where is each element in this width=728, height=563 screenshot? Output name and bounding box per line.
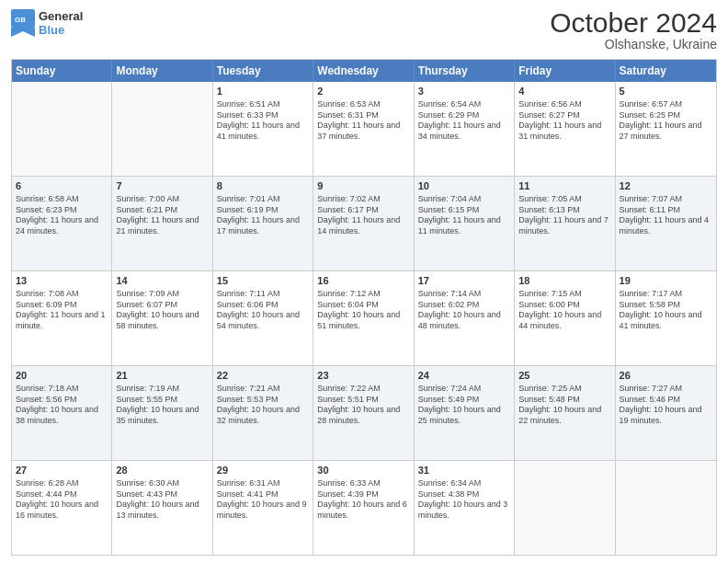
day-info: Sunrise: 7:15 AM Sunset: 6:00 PM Dayligh… (518, 289, 610, 332)
location: Olshanske, Ukraine (550, 37, 717, 52)
day-info: Sunrise: 6:30 AM Sunset: 4:43 PM Dayligh… (116, 478, 208, 522)
header-cell-wednesday: Wednesday (313, 60, 414, 82)
calendar-row: 1Sunrise: 6:51 AM Sunset: 6:33 PM Daylig… (12, 82, 716, 176)
day-number: 2 (317, 85, 409, 98)
calendar-cell: 7Sunrise: 7:00 AM Sunset: 6:21 PM Daylig… (112, 177, 212, 270)
day-number: 31 (418, 464, 510, 477)
day-info: Sunrise: 6:57 AM Sunset: 6:25 PM Dayligh… (620, 99, 712, 143)
calendar-cell: 31Sunrise: 6:34 AM Sunset: 4:38 PM Dayli… (415, 461, 515, 555)
day-number: 4 (518, 85, 610, 98)
day-number: 25 (518, 369, 610, 383)
calendar-header-row: SundayMondayTuesdayWednesdayThursdayFrid… (12, 60, 716, 82)
day-info: Sunrise: 6:56 AM Sunset: 6:27 PM Dayligh… (518, 99, 610, 143)
calendar-cell: 13Sunrise: 7:08 AM Sunset: 6:09 PM Dayli… (12, 271, 112, 365)
day-info: Sunrise: 7:25 AM Sunset: 5:48 PM Dayligh… (518, 384, 610, 427)
calendar-cell: 12Sunrise: 7:07 AM Sunset: 6:11 PM Dayli… (616, 177, 716, 270)
calendar-cell: 15Sunrise: 7:11 AM Sunset: 6:06 PM Dayli… (213, 271, 313, 365)
logo-line1: General (39, 9, 83, 23)
day-info: Sunrise: 6:31 AM Sunset: 4:41 PM Dayligh… (217, 478, 309, 522)
day-number: 3 (418, 85, 510, 98)
calendar-cell: 24Sunrise: 7:24 AM Sunset: 5:49 PM Dayli… (415, 366, 515, 460)
day-number: 13 (16, 274, 108, 288)
main-container: GB General Blue October 2024 Olshanske, … (0, 0, 728, 563)
day-info: Sunrise: 7:04 AM Sunset: 6:15 PM Dayligh… (418, 194, 510, 237)
day-number: 1 (217, 85, 309, 98)
day-info: Sunrise: 7:19 AM Sunset: 5:55 PM Dayligh… (116, 384, 208, 427)
calendar-row: 6Sunrise: 6:58 AM Sunset: 6:23 PM Daylig… (12, 176, 716, 270)
svg-text:GB: GB (15, 16, 26, 24)
calendar-row: 20Sunrise: 7:18 AM Sunset: 5:56 PM Dayli… (12, 365, 716, 460)
day-number: 15 (217, 274, 309, 288)
calendar-cell: 16Sunrise: 7:12 AM Sunset: 6:04 PM Dayli… (313, 271, 414, 365)
logo: GB General Blue (11, 9, 83, 37)
day-info: Sunrise: 7:27 AM Sunset: 5:46 PM Dayligh… (620, 384, 712, 427)
day-info: Sunrise: 6:53 AM Sunset: 6:31 PM Dayligh… (317, 99, 409, 143)
header-cell-saturday: Saturday (616, 60, 716, 82)
day-info: Sunrise: 7:02 AM Sunset: 6:17 PM Dayligh… (317, 194, 409, 237)
calendar-cell: 3Sunrise: 6:54 AM Sunset: 6:29 PM Daylig… (415, 82, 515, 176)
calendar-cell (616, 461, 716, 555)
day-info: Sunrise: 7:14 AM Sunset: 6:02 PM Dayligh… (418, 289, 510, 332)
calendar-cell: 19Sunrise: 7:17 AM Sunset: 5:58 PM Dayli… (616, 271, 716, 365)
calendar-cell: 14Sunrise: 7:09 AM Sunset: 6:07 PM Dayli… (112, 271, 212, 365)
day-info: Sunrise: 7:22 AM Sunset: 5:51 PM Dayligh… (317, 384, 409, 427)
calendar-cell: 8Sunrise: 7:01 AM Sunset: 6:19 PM Daylig… (213, 177, 313, 270)
calendar-cell: 11Sunrise: 7:05 AM Sunset: 6:13 PM Dayli… (515, 177, 615, 270)
logo-icon: GB (11, 9, 35, 37)
calendar-cell: 17Sunrise: 7:14 AM Sunset: 6:02 PM Dayli… (415, 271, 515, 365)
calendar: SundayMondayTuesdayWednesdayThursdayFrid… (11, 59, 717, 556)
svg-marker-1 (11, 28, 35, 37)
day-number: 6 (16, 179, 108, 193)
day-number: 24 (418, 369, 510, 383)
calendar-cell: 30Sunrise: 6:33 AM Sunset: 4:39 PM Dayli… (313, 461, 414, 555)
day-number: 29 (217, 464, 309, 477)
calendar-cell: 22Sunrise: 7:21 AM Sunset: 5:53 PM Dayli… (213, 366, 313, 460)
day-number: 5 (620, 85, 712, 98)
day-number: 23 (317, 369, 409, 383)
calendar-cell: 25Sunrise: 7:25 AM Sunset: 5:48 PM Dayli… (515, 366, 615, 460)
calendar-cell (12, 82, 112, 176)
day-info: Sunrise: 7:18 AM Sunset: 5:56 PM Dayligh… (16, 384, 108, 427)
calendar-cell (515, 461, 615, 555)
day-info: Sunrise: 7:24 AM Sunset: 5:49 PM Dayligh… (418, 384, 510, 427)
day-number: 27 (16, 464, 108, 477)
header-cell-friday: Friday (515, 60, 615, 82)
day-info: Sunrise: 7:09 AM Sunset: 6:07 PM Dayligh… (116, 289, 208, 332)
month-title: October 2024 (550, 9, 717, 37)
day-info: Sunrise: 7:07 AM Sunset: 6:11 PM Dayligh… (620, 194, 712, 237)
day-info: Sunrise: 7:00 AM Sunset: 6:21 PM Dayligh… (116, 194, 208, 237)
calendar-cell: 2Sunrise: 6:53 AM Sunset: 6:31 PM Daylig… (313, 82, 414, 176)
day-number: 14 (116, 274, 208, 288)
day-number: 10 (418, 179, 510, 193)
calendar-cell: 20Sunrise: 7:18 AM Sunset: 5:56 PM Dayli… (12, 366, 112, 460)
calendar-cell: 1Sunrise: 6:51 AM Sunset: 6:33 PM Daylig… (213, 82, 313, 176)
calendar-cell: 28Sunrise: 6:30 AM Sunset: 4:43 PM Dayli… (112, 461, 212, 555)
logo-line2: Blue (39, 23, 83, 37)
day-number: 19 (620, 274, 712, 288)
header-cell-monday: Monday (112, 60, 212, 82)
logo-text: General Blue (39, 9, 83, 37)
day-info: Sunrise: 7:11 AM Sunset: 6:06 PM Dayligh… (217, 289, 309, 332)
calendar-cell: 10Sunrise: 7:04 AM Sunset: 6:15 PM Dayli… (415, 177, 515, 270)
calendar-cell: 5Sunrise: 6:57 AM Sunset: 6:25 PM Daylig… (616, 82, 716, 176)
header: GB General Blue October 2024 Olshanske, … (11, 9, 717, 52)
day-number: 26 (620, 369, 712, 383)
day-number: 21 (116, 369, 208, 383)
day-number: 20 (16, 369, 108, 383)
day-number: 22 (217, 369, 309, 383)
calendar-cell: 21Sunrise: 7:19 AM Sunset: 5:55 PM Dayli… (112, 366, 212, 460)
calendar-cell: 26Sunrise: 7:27 AM Sunset: 5:46 PM Dayli… (616, 366, 716, 460)
calendar-cell: 23Sunrise: 7:22 AM Sunset: 5:51 PM Dayli… (313, 366, 414, 460)
day-info: Sunrise: 7:21 AM Sunset: 5:53 PM Dayligh… (217, 384, 309, 427)
day-number: 16 (317, 274, 409, 288)
calendar-cell (112, 82, 212, 176)
calendar-row: 27Sunrise: 6:28 AM Sunset: 4:44 PM Dayli… (12, 460, 716, 555)
title-block: October 2024 Olshanske, Ukraine (550, 9, 717, 52)
day-number: 17 (418, 274, 510, 288)
day-info: Sunrise: 7:05 AM Sunset: 6:13 PM Dayligh… (518, 194, 610, 237)
header-cell-thursday: Thursday (415, 60, 515, 82)
day-info: Sunrise: 6:34 AM Sunset: 4:38 PM Dayligh… (418, 478, 510, 522)
calendar-cell: 4Sunrise: 6:56 AM Sunset: 6:27 PM Daylig… (515, 82, 615, 176)
day-info: Sunrise: 7:08 AM Sunset: 6:09 PM Dayligh… (16, 289, 108, 332)
day-info: Sunrise: 7:17 AM Sunset: 5:58 PM Dayligh… (620, 289, 712, 332)
